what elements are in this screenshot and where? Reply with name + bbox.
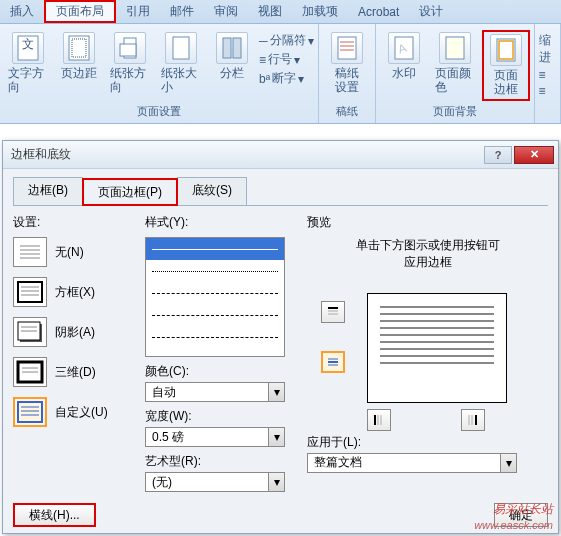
borders-shading-dialog: 边框和底纹 ? ✕ 边框(B) 页面边框(P) 底纹(S) 设置: 无(N) 方… xyxy=(2,140,559,534)
setting-3d[interactable]: 三维(D) xyxy=(13,357,133,387)
settings-heading: 设置: xyxy=(13,214,133,231)
page-color-button[interactable]: 页面颜色 xyxy=(431,30,479,97)
ribbon-tabs: 插入 页面布局 引用 邮件 审阅 视图 加载项 Acrobat 设计 xyxy=(0,0,561,24)
line-numbers-label: 行号 xyxy=(268,51,292,68)
hyphenation-button[interactable]: bª断字 ▾ xyxy=(259,70,314,87)
chevron-down-icon: ▾ xyxy=(268,383,284,401)
setting-shadow[interactable]: 阴影(A) xyxy=(13,317,133,347)
apply-value: 整篇文档 xyxy=(308,454,500,471)
preview-middle-border-button[interactable] xyxy=(321,351,345,373)
line-numbers-button[interactable]: ≡行号 ▾ xyxy=(259,51,314,68)
ok-button[interactable]: 确定 xyxy=(494,503,548,527)
tab-page-border[interactable]: 页面边框(P) xyxy=(82,178,178,206)
dialog-titlebar: 边框和底纹 ? ✕ xyxy=(3,141,558,169)
art-value: (无) xyxy=(146,474,268,491)
preview-right-border-button[interactable] xyxy=(461,409,485,431)
margins-icon xyxy=(63,32,95,64)
svg-rect-22 xyxy=(18,282,42,302)
style-dotted[interactable] xyxy=(146,260,284,282)
line-numbers-icon: ≡ xyxy=(259,53,266,67)
tab-shading[interactable]: 底纹(S) xyxy=(177,177,247,205)
style-dashed[interactable] xyxy=(146,304,284,326)
tab-mailings[interactable]: 邮件 xyxy=(160,0,204,23)
horizontal-line-button[interactable]: 横线(H)... xyxy=(13,503,96,527)
svg-text:文: 文 xyxy=(22,37,34,51)
color-value: 自动 xyxy=(146,384,268,401)
preview-top-border-button[interactable] xyxy=(321,301,345,323)
manuscript-icon xyxy=(331,32,363,64)
indent-label: 缩进 xyxy=(539,32,556,66)
dialog-title-text: 边框和底纹 xyxy=(11,146,71,163)
tab-view[interactable]: 视图 xyxy=(248,0,292,23)
setting-custom-label: 自定义(U) xyxy=(55,404,108,421)
group-background: A 水印 页面颜色 页面 边框 页面背景 xyxy=(376,24,535,123)
art-combo[interactable]: (无) ▾ xyxy=(145,472,285,492)
svg-rect-5 xyxy=(120,44,136,56)
setting-custom-icon xyxy=(13,397,47,427)
preview-hint: 单击下方图示或使用按钮可 应用边框 xyxy=(307,237,548,271)
preview-box xyxy=(307,281,548,426)
width-combo[interactable]: 0.5 磅 ▾ xyxy=(145,427,285,447)
preview-left-border-button[interactable] xyxy=(367,409,391,431)
text-direction-button[interactable]: 文 文字方向 xyxy=(4,30,52,97)
size-icon xyxy=(165,32,197,64)
svg-rect-33 xyxy=(18,402,42,422)
setting-none-label: 无(N) xyxy=(55,244,84,261)
chevron-down-icon: ▾ xyxy=(500,454,516,472)
group-manuscript-label: 稿纸 xyxy=(323,102,371,121)
margins-button[interactable]: 页边距 xyxy=(55,30,103,82)
hyphenation-label: 断字 xyxy=(272,70,296,87)
color-combo[interactable]: 自动 ▾ xyxy=(145,382,285,402)
preview-heading: 预览 xyxy=(307,214,548,231)
columns-label: 分栏 xyxy=(220,66,244,80)
tab-references[interactable]: 引用 xyxy=(116,0,160,23)
group-page-setup-label: 页面设置 xyxy=(4,102,314,121)
size-label: 纸张大小 xyxy=(161,66,201,95)
indent-left-row[interactable]: ≡ xyxy=(539,68,556,82)
setting-box-icon xyxy=(13,277,47,307)
hyphenation-icon: bª xyxy=(259,72,270,86)
setting-box[interactable]: 方框(X) xyxy=(13,277,133,307)
indent-right-row[interactable]: ≡ xyxy=(539,84,556,98)
tab-design[interactable]: 设计 xyxy=(409,0,453,23)
width-value: 0.5 磅 xyxy=(146,429,268,446)
dialog-help-button[interactable]: ? xyxy=(484,146,512,164)
setting-none[interactable]: 无(N) xyxy=(13,237,133,267)
ribbon-body: 文 文字方向 页边距 纸张方向 纸张大小 分栏 ─分隔符 ▾ ≡行号 ▾ xyxy=(0,24,561,124)
margins-label: 页边距 xyxy=(61,66,97,80)
style-dashdot[interactable] xyxy=(146,326,284,348)
watermark-button[interactable]: A 水印 xyxy=(380,30,428,82)
setting-shadow-icon xyxy=(13,317,47,347)
style-listbox[interactable] xyxy=(145,237,285,357)
page-color-label: 页面颜色 xyxy=(435,66,475,95)
setting-none-icon xyxy=(13,237,47,267)
size-button[interactable]: 纸张大小 xyxy=(157,30,205,97)
breaks-icon: ─ xyxy=(259,34,268,48)
svg-rect-6 xyxy=(173,37,189,59)
tab-borders[interactable]: 边框(B) xyxy=(13,177,83,205)
group-background-label: 页面背景 xyxy=(380,102,530,121)
apply-combo[interactable]: 整篇文档 ▾ xyxy=(307,453,517,473)
page-border-button[interactable]: 页面 边框 xyxy=(482,30,530,101)
width-label: 宽度(W): xyxy=(145,408,295,425)
chevron-down-icon: ▾ xyxy=(268,473,284,491)
preview-page xyxy=(367,293,507,403)
page-color-icon xyxy=(439,32,471,64)
tab-acrobat[interactable]: Acrobat xyxy=(348,0,409,23)
group-page-setup: 文 文字方向 页边距 纸张方向 纸张大小 分栏 ─分隔符 ▾ ≡行号 ▾ xyxy=(0,24,319,123)
tab-page-layout[interactable]: 页面布局 xyxy=(44,0,116,23)
columns-button[interactable]: 分栏 xyxy=(208,30,256,82)
watermark-label: 水印 xyxy=(392,66,416,80)
tab-review[interactable]: 审阅 xyxy=(204,0,248,23)
breaks-button[interactable]: ─分隔符 ▾ xyxy=(259,32,314,49)
orientation-button[interactable]: 纸张方向 xyxy=(106,30,154,97)
setting-box-label: 方框(X) xyxy=(55,284,95,301)
style-solid[interactable] xyxy=(146,238,284,260)
tab-insert[interactable]: 插入 xyxy=(0,0,44,23)
setting-custom[interactable]: 自定义(U) xyxy=(13,397,133,427)
tab-addins[interactable]: 加载项 xyxy=(292,0,348,23)
style-dashed-fine[interactable] xyxy=(146,282,284,304)
dialog-close-button[interactable]: ✕ xyxy=(514,146,554,164)
manuscript-settings-button[interactable]: 稿纸 设置 xyxy=(323,30,371,97)
page-border-icon xyxy=(490,34,522,66)
